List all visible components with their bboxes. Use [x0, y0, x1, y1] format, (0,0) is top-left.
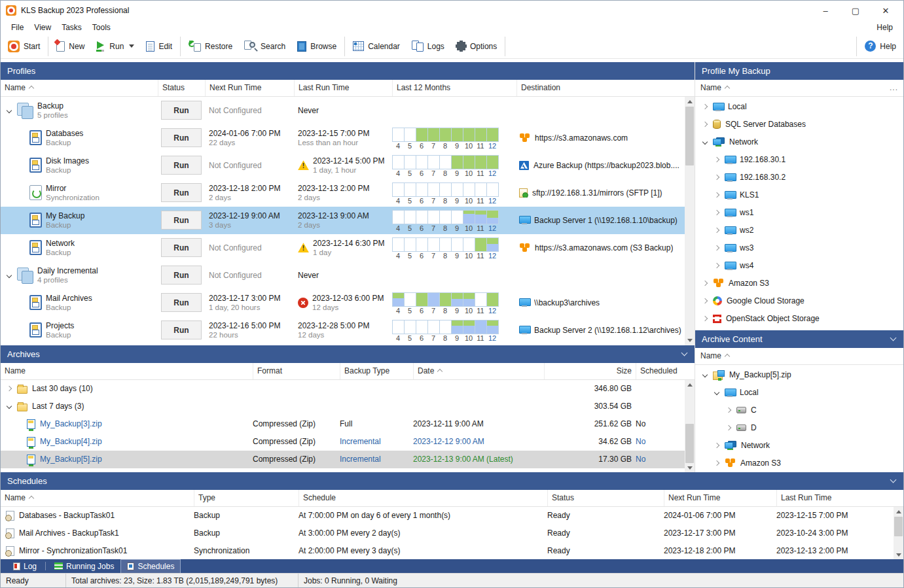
menu-tasks[interactable]: Tasks: [56, 22, 87, 33]
chevron-right-icon[interactable]: [714, 156, 720, 163]
chevron-right-icon[interactable]: [714, 192, 720, 198]
chevron-right-icon[interactable]: [702, 103, 708, 110]
profile-row-my-backup[interactable]: My BackupBackup Run 2023-12-19 9:00 AM3 …: [1, 207, 685, 234]
tab-running-jobs[interactable]: Running Jobs: [48, 560, 120, 573]
column-header-status[interactable]: Status: [158, 80, 205, 96]
archive-file-row[interactable]: My_Backup[4].zip Compressed (Zip) Increm…: [1, 433, 685, 451]
restore-button[interactable]: Restore: [183, 35, 238, 58]
collapse-chevron-icon[interactable]: [890, 477, 897, 484]
archive-file-row-selected[interactable]: My_Backup[5].zip Compressed (Zip) Increm…: [1, 451, 685, 468]
menu-help[interactable]: Help: [871, 22, 898, 33]
chevron-right-icon[interactable]: [702, 315, 708, 322]
run-button[interactable]: Run: [161, 101, 202, 120]
options-button[interactable]: Options: [450, 35, 503, 58]
column-header-scheduled[interactable]: Scheduled: [636, 363, 681, 379]
menu-tools[interactable]: Tools: [87, 22, 116, 33]
column-header-size[interactable]: Size: [544, 363, 636, 379]
logs-button[interactable]: Logs: [406, 35, 450, 58]
column-header-name[interactable]: Name: [700, 351, 721, 360]
tree-item-network[interactable]: Network: [695, 133, 903, 151]
column-header-last-run[interactable]: Last Run Time: [294, 80, 392, 96]
minimize-button[interactable]: –: [810, 1, 841, 20]
new-button[interactable]: New: [50, 35, 90, 58]
chevron-right-icon[interactable]: [714, 442, 720, 449]
archive-group-row[interactable]: Last 7 days (3) 303.54 GB: [1, 398, 685, 415]
scroll-thumb[interactable]: [685, 107, 694, 165]
chevron-right-icon[interactable]: [702, 298, 708, 304]
archive-group-row[interactable]: Last 30 days (10) 346.80 GB: [1, 380, 685, 398]
run-button[interactable]: Run: [161, 183, 202, 202]
schedule-row[interactable]: Mirror - SynchronizationTask01 Synchroni…: [1, 542, 894, 560]
scroll-up-arrow[interactable]: [685, 380, 695, 390]
scroll-up-arrow[interactable]: [894, 507, 903, 517]
profile-row-network[interactable]: NetworkBackup Run Not Configured 2023-12…: [1, 234, 685, 262]
scroll-up-arrow[interactable]: [685, 97, 695, 107]
profile-row-disk-images[interactable]: Disk ImagesBackup Run Not Configured 202…: [1, 152, 685, 179]
tab-log[interactable]: Log: [7, 560, 43, 573]
start-button[interactable]: Start: [2, 35, 46, 58]
chevron-down-icon[interactable]: [702, 372, 708, 378]
run-dropdown-icon[interactable]: [129, 44, 134, 48]
tree-item-local[interactable]: Local: [695, 384, 903, 402]
tree-item-google-cloud[interactable]: Google Cloud Storage: [695, 292, 903, 310]
close-button[interactable]: ✕: [871, 1, 901, 20]
browse-button[interactable]: Browse: [291, 35, 342, 58]
help-button[interactable]: Help: [859, 35, 902, 58]
column-header-next-run[interactable]: Next Run Time: [205, 80, 294, 96]
profile-row-mail-archives[interactable]: Mail ArchivesBackup Run 2023-12-17 3:00 …: [1, 289, 685, 317]
chevron-down-icon[interactable]: [6, 107, 12, 114]
tree-item-sql[interactable]: SQL Server Databases: [695, 116, 903, 133]
collapse-chevron-icon[interactable]: [681, 351, 688, 357]
tree-item-host[interactable]: 192.168.30.2: [695, 169, 903, 186]
profile-row-daily-incremental-group[interactable]: Daily Incremental4 profiles Run Not Conf…: [1, 262, 685, 289]
edit-button[interactable]: Edit: [140, 35, 178, 58]
profile-row-projects[interactable]: ProjectsBackup Run 2023-12-16 5:00 PM22 …: [1, 317, 685, 344]
schedule-row[interactable]: Databases - BackupTask01 Backup At 7:00:…: [1, 507, 894, 525]
scroll-down-arrow[interactable]: [685, 336, 695, 345]
scroll-thumb[interactable]: [894, 517, 903, 536]
column-header-schedule[interactable]: Schedule: [298, 490, 547, 506]
column-header-name[interactable]: Name: [1, 490, 194, 506]
profiles-scrollbar[interactable]: [685, 97, 695, 345]
schedules-panel-header[interactable]: Schedules: [1, 472, 903, 490]
profile-detail-header[interactable]: Profile My Backup: [695, 62, 903, 80]
calendar-button[interactable]: Calendar: [347, 35, 406, 58]
chevron-right-icon[interactable]: [702, 121, 708, 128]
run-button[interactable]: Run: [161, 211, 202, 230]
profiles-panel-header[interactable]: Profiles: [1, 62, 695, 80]
column-header-name[interactable]: Name: [700, 83, 721, 92]
column-header-date[interactable]: Date: [413, 363, 544, 379]
tree-item-archive-root[interactable]: My_Backup[5].zip: [695, 366, 903, 384]
column-header-next-run[interactable]: Next Run Time: [664, 490, 776, 506]
column-header-status[interactable]: Status: [547, 490, 664, 506]
column-header-format[interactable]: Format: [253, 363, 340, 379]
chevron-right-icon[interactable]: [714, 460, 720, 466]
run-button[interactable]: Run: [161, 238, 202, 257]
maximize-button[interactable]: ▢: [841, 1, 871, 20]
tab-schedules[interactable]: Schedules: [121, 560, 180, 573]
tree-item-network[interactable]: Network: [695, 437, 903, 455]
chevron-right-icon[interactable]: [714, 262, 720, 269]
chevron-down-icon[interactable]: [6, 272, 12, 279]
tree-item-host[interactable]: KLS1: [695, 186, 903, 204]
profile-row-backup-group[interactable]: Backup5 profiles Run Not Configured Neve…: [1, 97, 685, 124]
scroll-down-arrow[interactable]: [685, 463, 695, 473]
run-button[interactable]: Run: [161, 320, 202, 339]
chevron-right-icon[interactable]: [714, 209, 720, 216]
run-button[interactable]: Run: [161, 128, 202, 147]
tree-item-amazon-s3[interactable]: Amazon S3: [695, 455, 903, 472]
schedule-row[interactable]: Mail Archives - BackupTask1 Backup At 3:…: [1, 525, 894, 542]
archives-scrollbar[interactable]: [685, 380, 695, 473]
chevron-right-icon[interactable]: [702, 280, 708, 286]
chevron-right-icon[interactable]: [714, 245, 720, 251]
chevron-down-icon[interactable]: [6, 403, 12, 409]
archive-file-row[interactable]: My_Backup[3].zip Compressed (Zip) Full 2…: [1, 415, 685, 433]
profile-row-databases[interactable]: DatabasesBackup Run 2024-01-06 7:00 PM22…: [1, 124, 685, 152]
run-button[interactable]: Run: [161, 266, 202, 285]
column-header-destination[interactable]: Destination: [516, 80, 685, 96]
column-header-type[interactable]: Type: [194, 490, 298, 506]
scroll-thumb[interactable]: [685, 424, 694, 463]
tree-item-host[interactable]: ws4: [695, 257, 903, 275]
column-header-last-12-months[interactable]: Last 12 Months: [392, 80, 516, 96]
tree-item-local[interactable]: Local: [695, 98, 903, 116]
